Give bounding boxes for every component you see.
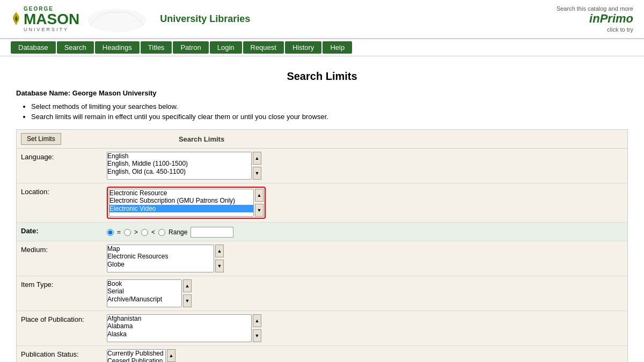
- item-type-row: Item Type: BookSerialArchive/Manuscript …: [17, 276, 627, 311]
- pub-status-scroll-up[interactable]: ▲: [167, 349, 175, 362]
- pub-status-scroll: ▲ ▼: [167, 349, 175, 362]
- nav-item-search: Search: [57, 41, 94, 54]
- language-listbox-wrapper: EnglishEnglish, Middle (1100-1500)Englis…: [107, 152, 623, 180]
- date-radio-lt[interactable]: [141, 229, 148, 236]
- gmu-flame-icon: [11, 11, 21, 27]
- medium-label: Medium:: [21, 245, 107, 254]
- instruction-item: Search limits will remain in effect unti…: [31, 113, 628, 121]
- inprimo-title[interactable]: inPrimo: [557, 12, 633, 26]
- language-row: Language: EnglishEnglish, Middle (1100-1…: [17, 149, 627, 183]
- nav-item-patron: Patron: [173, 41, 208, 54]
- instructions-list: Select methods of limiting your searches…: [16, 102, 628, 121]
- location-control: Electronic ResourceElectronic Subscripti…: [107, 187, 623, 219]
- nav-item-history: History: [285, 41, 321, 54]
- nav-link-search[interactable]: Search: [57, 41, 94, 54]
- nav-link-history[interactable]: History: [285, 41, 321, 54]
- set-limits-bar: Set Limits Search Limits: [17, 130, 627, 149]
- place-of-publication-label: Place of Publication:: [21, 314, 107, 323]
- search-limits-header: Search Limits: [61, 135, 342, 143]
- nav-link-headings[interactable]: Headings: [95, 41, 140, 54]
- publication-status-label: Publication Status:: [21, 349, 107, 358]
- logo-university: UNIVERSITY: [24, 27, 69, 32]
- medium-scroll-up[interactable]: ▲: [215, 245, 224, 257]
- item-type-listbox-wrapper: BookSerialArchive/Manuscript ▲ ▼: [107, 279, 623, 307]
- place-of-publication-control: AfghanistanAlabamaAlaska ▲ ▼: [107, 314, 623, 342]
- publication-status-select[interactable]: Currently PublishedCeased PublicationUnk…: [107, 349, 166, 362]
- publication-status-control: Currently PublishedCeased PublicationUnk…: [107, 349, 623, 362]
- item-type-scroll-up[interactable]: ▲: [183, 279, 192, 292]
- language-select[interactable]: EnglishEnglish, Middle (1100-1500)Englis…: [107, 152, 252, 180]
- db-name: Database Name: George Mason University: [16, 89, 628, 97]
- location-row: Location: Electronic ResourceElectronic …: [17, 183, 627, 223]
- date-input[interactable]: [191, 227, 233, 238]
- nav-link-database[interactable]: Database: [11, 41, 56, 54]
- language-scroll-down[interactable]: ▼: [253, 167, 261, 180]
- language-scroll: ▲ ▼: [253, 152, 261, 180]
- nav-link-login[interactable]: Login: [210, 41, 242, 54]
- search-limits-container: Set Limits Search Limits Language: Engli…: [16, 129, 628, 362]
- location-scroll-down[interactable]: ▼: [255, 204, 264, 217]
- inprimo-search-text: Search this catalog and more: [557, 5, 633, 12]
- publication-status-row: Publication Status: Currently PublishedC…: [17, 346, 627, 362]
- inprimo-click-text: click to try: [607, 26, 633, 33]
- main-nav: DatabaseSearchHeadingsTitlesPatronLoginR…: [0, 39, 644, 56]
- item-type-select[interactable]: BookSerialArchive/Manuscript: [107, 279, 182, 307]
- place-scroll: ▲ ▼: [253, 314, 261, 342]
- date-radio-range[interactable]: [158, 229, 165, 236]
- logo-area: GEORGE MASON UNIVERSITY University Libra…: [11, 4, 250, 34]
- nav-item-database: Database: [11, 41, 56, 54]
- date-label: Date:: [21, 226, 107, 235]
- inprimo-area[interactable]: Search this catalog and more inPrimo cli…: [557, 5, 633, 33]
- date-radio-group: = > < Range: [107, 227, 623, 238]
- page-title: Search Limits: [16, 70, 628, 83]
- location-highlight-wrapper: Electronic ResourceElectronic Subscripti…: [107, 187, 266, 219]
- instruction-item: Select methods of limiting your searches…: [31, 102, 628, 110]
- university-libraries-label: University Libraries: [160, 13, 250, 25]
- nav-link-patron[interactable]: Patron: [173, 41, 208, 54]
- logo-text: GEORGE MASON UNIVERSITY: [24, 6, 79, 32]
- item-type-control: BookSerialArchive/Manuscript ▲ ▼: [107, 279, 623, 307]
- medium-scroll-down[interactable]: ▼: [215, 260, 224, 272]
- main-content: Search Limits Database Name: George Maso…: [0, 56, 644, 362]
- medium-select[interactable]: MapElectronic ResourcesGlobe: [107, 245, 214, 272]
- language-label: Language:: [21, 152, 107, 161]
- nav-link-request[interactable]: Request: [243, 41, 284, 54]
- location-select[interactable]: Electronic ResourceElectronic Subscripti…: [109, 189, 254, 217]
- header: GEORGE MASON UNIVERSITY University Libra…: [0, 0, 644, 39]
- place-of-publication-row: Place of Publication: AfghanistanAlabama…: [17, 311, 627, 346]
- nav-item-titles: Titles: [141, 41, 172, 54]
- set-limits-button-top[interactable]: Set Limits: [21, 133, 61, 145]
- location-label: Location:: [21, 187, 107, 196]
- nav-item-request: Request: [243, 41, 284, 54]
- pub-status-listbox-wrapper: Currently PublishedCeased PublicationUnk…: [107, 349, 623, 362]
- nav-item-headings: Headings: [95, 41, 140, 54]
- date-radio-equals[interactable]: [107, 229, 114, 236]
- date-row: Date: = > < Range: [17, 223, 627, 241]
- item-type-label: Item Type:: [21, 279, 107, 289]
- date-gt-label: >: [134, 228, 138, 236]
- location-scroll: ▲ ▼: [255, 189, 264, 217]
- db-label: Database Name:: [16, 89, 70, 97]
- medium-row: Medium: MapElectronic ResourcesGlobe ▲ ▼: [17, 241, 627, 276]
- date-control: = > < Range: [107, 226, 623, 238]
- medium-listbox-wrapper: MapElectronic ResourcesGlobe ▲ ▼: [107, 245, 623, 272]
- location-scroll-up[interactable]: ▲: [255, 189, 264, 202]
- language-scroll-up[interactable]: ▲: [253, 152, 261, 165]
- medium-control: MapElectronic ResourcesGlobe ▲ ▼: [107, 245, 623, 272]
- date-radio-gt[interactable]: [124, 229, 131, 236]
- nav-item-login: Login: [210, 41, 242, 54]
- place-of-publication-select[interactable]: AfghanistanAlabamaAlaska: [107, 314, 252, 342]
- db-name-value: George Mason University: [72, 89, 157, 97]
- item-type-scroll-down[interactable]: ▼: [183, 294, 192, 307]
- gmu-silhouette-icon: [85, 4, 149, 34]
- item-type-scroll: ▲ ▼: [183, 279, 192, 307]
- nav-link-help[interactable]: Help: [323, 41, 352, 54]
- language-control: EnglishEnglish, Middle (1100-1500)Englis…: [107, 152, 623, 180]
- logo-mason: MASON: [24, 12, 79, 27]
- place-scroll-down[interactable]: ▼: [253, 329, 261, 342]
- nav-link-titles[interactable]: Titles: [141, 41, 172, 54]
- place-listbox-wrapper: AfghanistanAlabamaAlaska ▲ ▼: [107, 314, 623, 342]
- nav-list: DatabaseSearchHeadingsTitlesPatronLoginR…: [0, 39, 644, 56]
- place-scroll-up[interactable]: ▲: [253, 314, 261, 327]
- nav-item-help: Help: [323, 41, 352, 54]
